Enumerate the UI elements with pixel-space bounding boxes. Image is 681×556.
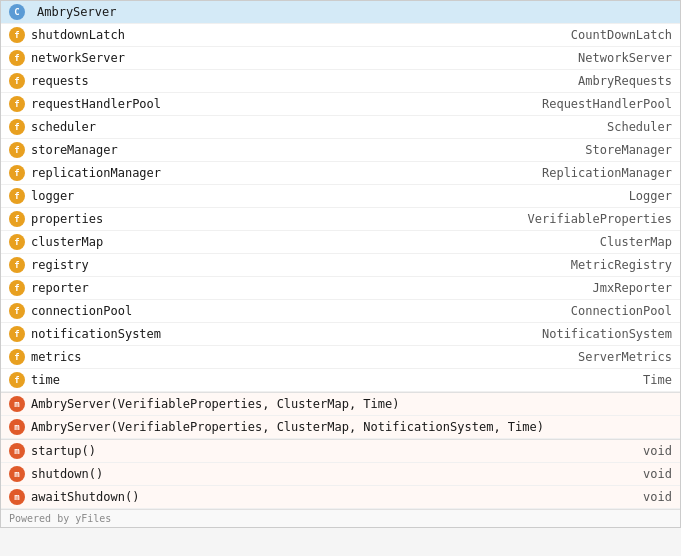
table-row[interactable]: f clusterMap ClusterMap [1, 231, 680, 254]
field-icon: f [9, 188, 25, 204]
field-icon: f [9, 50, 25, 66]
field-name: shutdownLatch [31, 28, 571, 42]
field-icon: f [9, 142, 25, 158]
field-icon: f [9, 96, 25, 112]
table-row[interactable]: m shutdown() void [1, 463, 680, 486]
field-type: Logger [629, 189, 672, 203]
field-name: properties [31, 212, 528, 226]
table-row[interactable]: f registry MetricRegistry [1, 254, 680, 277]
field-type: CountDownLatch [571, 28, 672, 42]
constructor-icon: m [9, 396, 25, 412]
field-icon: f [9, 303, 25, 319]
field-name: scheduler [31, 120, 607, 134]
table-row[interactable]: f storeManager StoreManager [1, 139, 680, 162]
table-row[interactable]: m startup() void [1, 440, 680, 463]
table-row[interactable]: f notificationSystem NotificationSystem [1, 323, 680, 346]
field-name: logger [31, 189, 629, 203]
field-type: JmxReporter [593, 281, 672, 295]
field-icon: f [9, 326, 25, 342]
table-row[interactable]: f reporter JmxReporter [1, 277, 680, 300]
class-header: C AmbryServer [1, 1, 680, 24]
table-row[interactable]: f time Time [1, 369, 680, 392]
field-type: StoreManager [585, 143, 672, 157]
field-name: time [31, 373, 643, 387]
method-type: void [643, 444, 672, 458]
table-row[interactable]: f networkServer NetworkServer [1, 47, 680, 70]
field-type: ClusterMap [600, 235, 672, 249]
method-icon: m [9, 489, 25, 505]
method-icon: m [9, 466, 25, 482]
method-name: awaitShutdown() [31, 490, 643, 504]
constructor-name: AmbryServer(VerifiableProperties, Cluste… [31, 420, 672, 434]
table-row[interactable]: f metrics ServerMetrics [1, 346, 680, 369]
field-icon: f [9, 165, 25, 181]
field-name: connectionPool [31, 304, 571, 318]
field-type: ConnectionPool [571, 304, 672, 318]
method-name: shutdown() [31, 467, 643, 481]
table-row[interactable]: f shutdownLatch CountDownLatch [1, 24, 680, 47]
table-row[interactable]: f logger Logger [1, 185, 680, 208]
method-name: startup() [31, 444, 643, 458]
footer: Powered by yFiles [1, 509, 680, 527]
constructors-section: m AmbryServer(VerifiableProperties, Clus… [1, 393, 680, 439]
field-icon: f [9, 119, 25, 135]
field-name: requestHandlerPool [31, 97, 542, 111]
table-row[interactable]: f requestHandlerPool RequestHandlerPool [1, 93, 680, 116]
field-icon: f [9, 211, 25, 227]
method-icon: m [9, 443, 25, 459]
methods-section: m startup() void m shutdown() void m awa… [1, 440, 680, 509]
field-name: clusterMap [31, 235, 600, 249]
table-row[interactable]: f properties VerifiableProperties [1, 208, 680, 231]
table-row[interactable]: f scheduler Scheduler [1, 116, 680, 139]
fields-section: f shutdownLatch CountDownLatch f network… [1, 24, 680, 392]
table-row[interactable]: m AmbryServer(VerifiableProperties, Clus… [1, 416, 680, 439]
table-row[interactable]: f connectionPool ConnectionPool [1, 300, 680, 323]
field-name: networkServer [31, 51, 578, 65]
class-icon: C [9, 4, 25, 20]
field-type: NotificationSystem [542, 327, 672, 341]
field-icon: f [9, 234, 25, 250]
table-row[interactable]: m AmbryServer(VerifiableProperties, Clus… [1, 393, 680, 416]
table-row[interactable]: m awaitShutdown() void [1, 486, 680, 509]
class-name: AmbryServer [37, 5, 672, 19]
field-type: VerifiableProperties [528, 212, 673, 226]
field-type: Scheduler [607, 120, 672, 134]
field-type: MetricRegistry [571, 258, 672, 272]
table-row[interactable]: f requests AmbryRequests [1, 70, 680, 93]
field-type: AmbryRequests [578, 74, 672, 88]
constructor-name: AmbryServer(VerifiableProperties, Cluste… [31, 397, 672, 411]
field-name: metrics [31, 350, 578, 364]
field-type: RequestHandlerPool [542, 97, 672, 111]
field-name: reporter [31, 281, 593, 295]
field-name: notificationSystem [31, 327, 542, 341]
field-type: NetworkServer [578, 51, 672, 65]
footer-text: Powered by yFiles [9, 513, 111, 524]
field-name: requests [31, 74, 578, 88]
constructor-icon: m [9, 419, 25, 435]
field-icon: f [9, 280, 25, 296]
table-row[interactable]: f replicationManager ReplicationManager [1, 162, 680, 185]
field-icon: f [9, 372, 25, 388]
field-icon: f [9, 349, 25, 365]
method-type: void [643, 467, 672, 481]
field-icon: f [9, 257, 25, 273]
field-icon: f [9, 73, 25, 89]
field-type: ServerMetrics [578, 350, 672, 364]
method-type: void [643, 490, 672, 504]
field-name: replicationManager [31, 166, 542, 180]
field-type: ReplicationManager [542, 166, 672, 180]
class-diagram-panel: C AmbryServer f shutdownLatch CountDownL… [0, 0, 681, 528]
field-type: Time [643, 373, 672, 387]
field-name: storeManager [31, 143, 585, 157]
field-icon: f [9, 27, 25, 43]
field-name: registry [31, 258, 571, 272]
